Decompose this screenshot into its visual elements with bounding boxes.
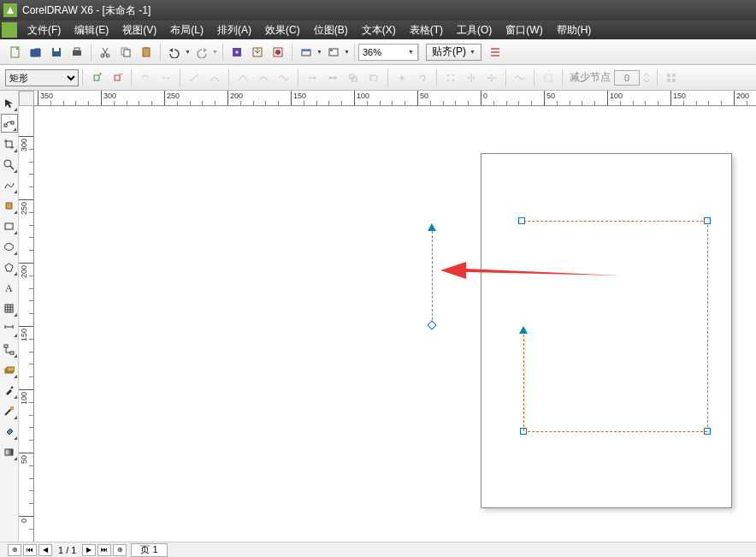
publish-button[interactable] (269, 43, 287, 62)
snap-button[interactable]: 贴齐(P) (426, 44, 481, 61)
print-button[interactable] (68, 43, 86, 62)
dimension-tool[interactable] (1, 319, 18, 338)
svg-rect-16 (302, 50, 310, 51)
cut-button[interactable] (96, 43, 115, 62)
paste-icon-button[interactable] (137, 43, 156, 62)
rect-right-segment[interactable] (707, 221, 708, 431)
menu-text[interactable]: 文本(X) (355, 21, 403, 39)
fill-tool[interactable] (1, 422, 18, 441)
menu-tools[interactable]: 工具(O) (450, 21, 499, 39)
page-add-button[interactable]: ⊕ (8, 544, 21, 556)
app-launcher-dropdown[interactable]: ▼ (316, 49, 323, 56)
zoom-tool[interactable] (1, 155, 18, 174)
stretch-button[interactable] (393, 68, 411, 87)
freehand-tool[interactable] (1, 175, 18, 194)
extract-button[interactable] (344, 68, 363, 87)
select-all-nodes-button[interactable] (539, 68, 558, 87)
delete-node-button[interactable]: − (108, 68, 127, 87)
join-nodes-button[interactable] (136, 68, 155, 87)
page-add-after-button[interactable]: ⊕ (113, 544, 127, 556)
rect-top-segment[interactable] (523, 221, 707, 222)
horizontal-ruler[interactable]: 35030025020015010050050100150200 (34, 91, 756, 106)
connector-tool[interactable] (1, 340, 18, 358)
ruler-corner[interactable] (19, 91, 34, 106)
shape-select[interactable]: 矩形 (5, 69, 79, 86)
svg-point-6 (106, 54, 109, 57)
menu-table[interactable]: 表格(T) (403, 21, 450, 39)
redo-dropdown[interactable]: ▼ (212, 49, 219, 56)
break-nodes-button[interactable] (157, 68, 175, 87)
undo-dropdown[interactable]: ▼ (185, 49, 192, 56)
menu-arrange[interactable]: 排列(A) (210, 21, 258, 39)
import-button[interactable] (227, 43, 246, 62)
copy-button[interactable] (116, 43, 135, 62)
to-line-button[interactable] (185, 68, 204, 87)
add-node-button[interactable]: + (87, 68, 106, 87)
page-prev-button[interactable]: ◀ (38, 544, 52, 556)
elastic-button[interactable] (511, 68, 529, 87)
menu-window[interactable]: 窗口(W) (499, 21, 549, 39)
ellipse-tool[interactable] (1, 237, 18, 256)
menu-file[interactable]: 文件(F) (21, 21, 68, 39)
menu-edit[interactable]: 编辑(E) (68, 21, 115, 39)
menu-view[interactable]: 视图(V) (115, 21, 163, 39)
outline-tool[interactable] (1, 401, 18, 420)
rotate-button[interactable] (413, 68, 432, 87)
app-launcher-button[interactable] (297, 43, 316, 62)
svg-rect-48 (10, 352, 14, 354)
bbox-button[interactable] (662, 68, 681, 87)
reduce-nodes-input[interactable] (614, 70, 640, 86)
new-button[interactable] (6, 43, 25, 62)
menu-bitmap[interactable]: 位图(B) (307, 21, 355, 39)
close-curve-button[interactable] (364, 68, 383, 87)
rectangle-tool[interactable] (1, 216, 18, 235)
crop-tool[interactable] (1, 134, 18, 153)
save-button[interactable] (47, 43, 66, 62)
rect-bottom-segment[interactable] (523, 431, 707, 432)
node-handle[interactable] (704, 217, 711, 224)
undo-button[interactable] (165, 43, 184, 62)
menu-layout[interactable]: 布局(L) (163, 21, 210, 39)
cusp-button[interactable] (233, 68, 252, 87)
page-next-button[interactable]: ▶ (82, 544, 96, 556)
welcome-dropdown[interactable]: ▼ (344, 49, 351, 56)
node-handle[interactable] (518, 217, 525, 224)
shape-tool[interactable] (1, 114, 18, 133)
interactive-fill-tool[interactable] (1, 442, 18, 461)
export-button[interactable] (248, 43, 267, 62)
align-nodes-button[interactable] (441, 68, 460, 87)
polygon-tool[interactable] (1, 258, 18, 276)
symmetric-button[interactable] (275, 68, 293, 87)
drawing-canvas[interactable] (34, 106, 756, 542)
vertical-ruler[interactable]: 300250200150100500 (19, 106, 34, 542)
nodes-spinner[interactable] (641, 68, 653, 87)
rect-left-segment[interactable] (432, 231, 433, 324)
open-button[interactable] (27, 43, 45, 62)
rect-inner-left-segment[interactable] (523, 335, 524, 431)
to-curve-button[interactable] (205, 68, 224, 87)
smooth-button[interactable] (254, 68, 273, 87)
table-tool[interactable] (1, 299, 18, 317)
menu-bar: 文件(F) 编辑(E) 视图(V) 布局(L) 排列(A) 效果(C) 位图(B… (0, 21, 756, 39)
redo-button[interactable] (192, 43, 211, 62)
text-tool[interactable]: A (1, 278, 18, 297)
smart-fill-tool[interactable] (1, 196, 18, 215)
node-handle[interactable] (427, 320, 436, 329)
eyedropper-tool[interactable] (1, 381, 18, 400)
reflect-v-button[interactable] (482, 68, 501, 87)
extend-button[interactable] (323, 68, 342, 87)
page-last-button[interactable]: ⏭ (97, 544, 111, 556)
reverse-button[interactable] (303, 68, 322, 87)
svg-rect-36 (667, 74, 670, 77)
interactive-tool[interactable] (1, 360, 18, 379)
page-first-button[interactable]: ⏮ (23, 544, 37, 556)
options-button[interactable] (486, 43, 505, 62)
menu-help[interactable]: 帮助(H) (550, 21, 599, 39)
welcome-button[interactable] (324, 43, 343, 62)
svg-point-14 (275, 50, 281, 55)
reflect-h-button[interactable] (462, 68, 481, 87)
menu-effects[interactable]: 效果(C) (258, 21, 307, 39)
page-tab[interactable]: 页 1 (131, 543, 167, 557)
pick-tool[interactable] (1, 93, 18, 112)
zoom-dropdown[interactable]: ▼ (408, 49, 415, 56)
